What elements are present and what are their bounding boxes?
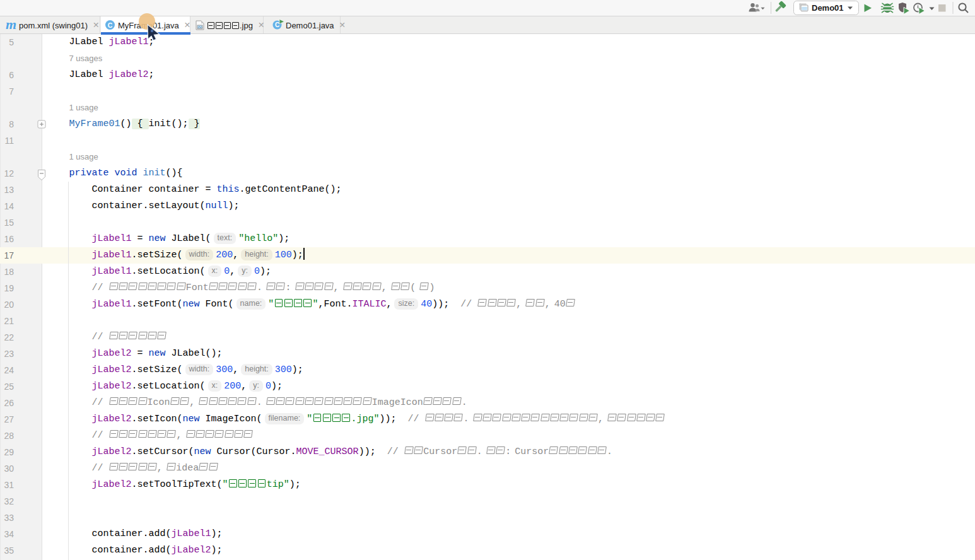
svg-text:C: C [275,21,279,28]
svg-text:C: C [108,21,113,29]
svg-text:Demo01: Demo01 [812,3,844,13]
